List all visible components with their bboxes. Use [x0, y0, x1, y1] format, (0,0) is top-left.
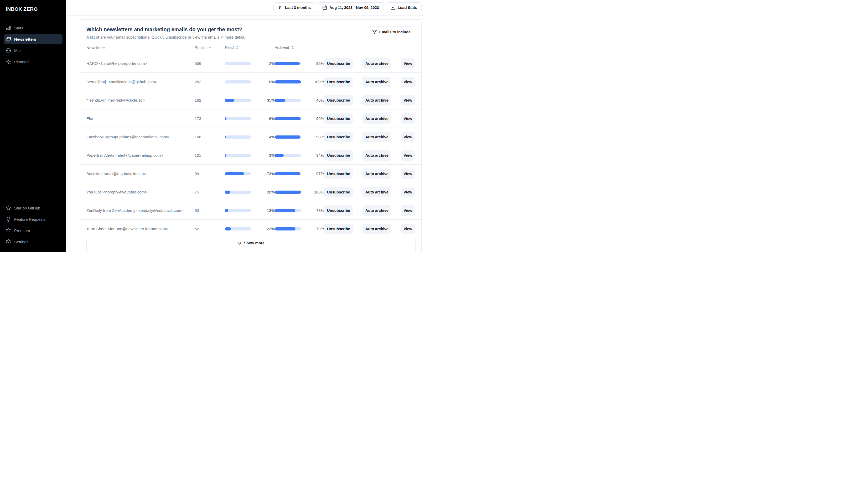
- view-button[interactable]: View: [401, 205, 415, 216]
- archived-progress-bar-fill: [275, 80, 301, 84]
- date-range-label: Aug 11, 2023 - Nov 09, 2023: [330, 5, 379, 10]
- read-percentage: 6%: [251, 116, 275, 121]
- view-button[interactable]: View: [401, 58, 415, 69]
- read-percentage: 2%: [251, 61, 275, 66]
- read-percentage: 0%: [251, 79, 275, 84]
- archived-percentage: 40%: [301, 98, 324, 102]
- sidebar-item-label: Planned: [14, 59, 29, 64]
- row-actions: UnsubscribeAuto archiveView: [324, 58, 415, 69]
- date-range-button[interactable]: Aug 11, 2023 - Nov 09, 2023: [318, 2, 384, 13]
- unsubscribe-button[interactable]: Unsubscribe: [324, 77, 353, 87]
- archived-progress-bar-fill: [275, 62, 300, 65]
- read-progress-cell: 13%: [225, 208, 275, 213]
- archived-progress-cell: 78%: [275, 208, 324, 213]
- newsletter-name: YouTube <noreply@youtube.com>: [86, 190, 195, 194]
- unsubscribe-button[interactable]: Unsubscribe: [324, 113, 353, 124]
- auto-archive-button[interactable]: Auto archive: [362, 205, 391, 216]
- sidebar-item-newsletters[interactable]: Newsletters: [4, 34, 63, 44]
- read-percentage: 3%: [251, 153, 275, 158]
- unsubscribe-button[interactable]: Unsubscribe: [324, 187, 353, 197]
- emails-count: 90: [195, 172, 225, 176]
- sidebar-item-star-on-github[interactable]: Star on GitHub: [4, 203, 63, 213]
- row-actions: UnsubscribeAuto archiveView: [324, 187, 415, 197]
- archived-progress-bar: [275, 191, 301, 194]
- panel-subtitle: A list of are your email subscriptions. …: [86, 35, 245, 39]
- read-progress-cell: 2%: [225, 61, 275, 66]
- auto-archive-button[interactable]: Auto archive: [362, 187, 391, 197]
- show-more-button[interactable]: Show more: [86, 238, 415, 252]
- main-area: Last 3 months Aug 11, 2023 - Nov 09, 202…: [66, 0, 425, 252]
- read-progress-bar: [225, 99, 251, 102]
- archived-percentage: 97%: [301, 172, 324, 176]
- auto-archive-button[interactable]: Auto archive: [362, 95, 391, 106]
- table-row: ZenDaily from ZenAcademy <zendaily@subst…: [80, 201, 421, 219]
- date-preset-button[interactable]: Last 3 months: [273, 2, 315, 13]
- emails-count: 182: [195, 98, 225, 102]
- view-button[interactable]: View: [401, 95, 415, 106]
- sidebar-item-feature-requests[interactable]: Feature Requests: [4, 214, 63, 224]
- archived-progress-bar: [275, 99, 301, 102]
- read-progress-bar: [225, 62, 251, 65]
- emails-count: 75: [195, 190, 225, 194]
- view-button[interactable]: View: [401, 168, 415, 179]
- read-progress-bar: [225, 80, 251, 84]
- column-emails[interactable]: Emails: [195, 46, 225, 50]
- sidebar-item-label: Premium: [14, 228, 30, 233]
- column-read-label: Read: [225, 46, 233, 50]
- lightbulb-icon: [6, 217, 11, 222]
- unsubscribe-button[interactable]: Unsubscribe: [324, 224, 353, 234]
- view-button[interactable]: View: [401, 77, 415, 87]
- view-button[interactable]: View: [401, 187, 415, 197]
- funnel-icon: [372, 30, 377, 34]
- archived-progress-cell: 97%: [275, 172, 324, 176]
- emails-to-include-button[interactable]: Emails to include: [368, 26, 415, 37]
- sidebar-footer-nav: Star on GitHubFeature RequestsPremiumSet…: [4, 203, 63, 248]
- column-read[interactable]: Read: [225, 46, 275, 50]
- archived-progress-bar-fill: [275, 154, 284, 157]
- auto-archive-button[interactable]: Auto archive: [362, 113, 391, 124]
- column-newsletter: Newsletter: [86, 46, 195, 50]
- view-button[interactable]: View: [401, 224, 415, 234]
- read-progress-cell: 23%: [225, 227, 275, 231]
- unsubscribe-button[interactable]: Unsubscribe: [324, 58, 353, 69]
- auto-archive-button[interactable]: Auto archive: [362, 58, 391, 69]
- table-row: YouTube <noreply@youtube.com>7520%100%Un…: [80, 183, 421, 201]
- auto-archive-button[interactable]: Auto archive: [362, 150, 391, 161]
- sidebar-item-planned[interactable]: Planned: [4, 56, 63, 67]
- newsletter-name: HARO <haro@helpareporter.com>: [86, 61, 195, 66]
- archived-progress-cell: 79%: [275, 227, 324, 231]
- archived-progress-cell: 95%: [275, 61, 324, 66]
- view-button[interactable]: View: [401, 150, 415, 161]
- unsubscribe-button[interactable]: Unsubscribe: [324, 150, 353, 161]
- read-progress-cell: 73%: [225, 172, 275, 176]
- auto-archive-button[interactable]: Auto archive: [362, 168, 391, 179]
- row-actions: UnsubscribeAuto archiveView: [324, 95, 415, 106]
- load-stats-button[interactable]: Load Stats: [386, 2, 422, 13]
- sidebar-item-settings[interactable]: Settings: [4, 236, 63, 247]
- unsubscribe-button[interactable]: Unsubscribe: [324, 205, 353, 216]
- auto-archive-button[interactable]: Auto archive: [362, 132, 391, 142]
- column-archived[interactable]: Archived: [275, 46, 324, 50]
- view-button[interactable]: View: [401, 132, 415, 142]
- read-progress-bar-fill: [225, 191, 230, 194]
- emails-count: 63: [195, 208, 225, 213]
- newsletter-name: "vercel[bot]" <notifications@github.com>: [86, 79, 195, 84]
- table-header: Newsletter Emails Read Archived: [80, 41, 421, 54]
- unsubscribe-button[interactable]: Unsubscribe: [324, 168, 353, 179]
- sidebar-item-premium[interactable]: Premium: [4, 225, 63, 236]
- table-row: HARO <haro@helpareporter.com>5362%95%Uns…: [80, 54, 421, 72]
- table-row: Term Sheet <fortune@newsletter.fortune.c…: [80, 219, 421, 238]
- archived-percentage: 99%: [301, 116, 324, 121]
- view-button[interactable]: View: [401, 113, 415, 124]
- auto-archive-button[interactable]: Auto archive: [362, 77, 391, 87]
- sidebar-item-mail[interactable]: Mail: [4, 45, 63, 56]
- archived-progress-bar: [275, 62, 301, 65]
- sidebar: INBOX ZERO StatsNewslettersMailPlanned S…: [0, 0, 66, 252]
- archived-progress-bar-fill: [275, 99, 285, 102]
- unsubscribe-button[interactable]: Unsubscribe: [324, 132, 353, 142]
- panel-title: Which newsletters and marketing emails d…: [86, 26, 245, 33]
- unsubscribe-button[interactable]: Unsubscribe: [324, 95, 353, 106]
- auto-archive-button[interactable]: Auto archive: [362, 224, 391, 234]
- table-row: Elie1736%99%UnsubscribeAuto archiveView: [80, 109, 421, 128]
- sidebar-item-stats[interactable]: Stats: [4, 22, 63, 33]
